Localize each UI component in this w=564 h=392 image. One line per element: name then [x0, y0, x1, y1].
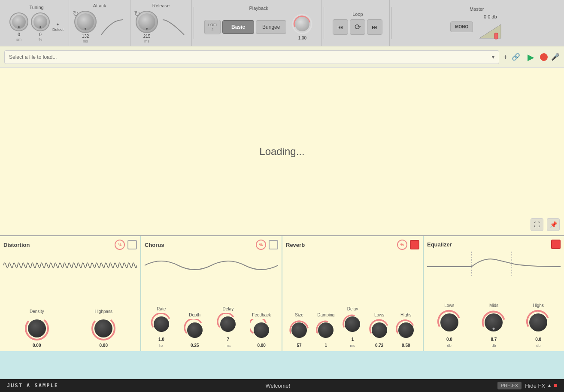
attack-section: Attack ↻ 132 ms: [69, 0, 130, 46]
bungee-button[interactable]: Bungee: [256, 20, 286, 34]
loop-end-button[interactable]: ⏭: [367, 19, 382, 35]
eq-highs-label: Highs: [533, 303, 544, 308]
reverb-delay-knob[interactable]: [341, 313, 364, 335]
reverb-delay-label: Delay: [347, 307, 358, 311]
chorus-rate-knob[interactable]: [150, 313, 173, 335]
record-button[interactable]: [540, 53, 548, 61]
attack-value: 132 ms: [82, 34, 89, 43]
chorus-depth-wrap: Depth 0.25: [184, 313, 206, 348]
chorus-title: Chorus: [145, 242, 164, 248]
chorus-bypass-button[interactable]: [269, 240, 278, 249]
attack-arrow-icon: ↻: [73, 9, 79, 18]
waveform-area: Loading... ⛶ 📌: [0, 68, 564, 235]
release-label: Release: [152, 3, 170, 8]
equalizer-panel: Equalizer Lows 0.0: [424, 236, 564, 351]
reverb-highs-knob[interactable]: [395, 319, 417, 341]
distortion-panel: Distortion % Density 0.00: [0, 236, 141, 351]
reverb-damping-label: Damping: [317, 313, 334, 317]
chorus-controls: %: [256, 240, 278, 250]
release-value: 215 ms: [143, 34, 151, 43]
pin-button[interactable]: 📌: [547, 218, 560, 231]
fx-active-indicator: [554, 384, 557, 387]
mic-button[interactable]: 🎤: [551, 53, 560, 61]
loop-section: Loop ⏮ ⟳ ⏭: [326, 0, 390, 46]
reverb-damping-wrap: Damping 1: [315, 313, 337, 348]
loading-text: Loading...: [259, 146, 304, 158]
playback-label: Playback: [249, 6, 268, 11]
equalizer-title: Equalizer: [427, 241, 452, 248]
welcome-text: Welcome!: [266, 383, 291, 389]
chorus-knobs: Rate 1.0 hz Depth 0.25: [145, 282, 278, 348]
reverb-damping-knob[interactable]: [315, 319, 337, 341]
reverb-display: [286, 252, 419, 278]
tuning-cent-knob[interactable]: [31, 12, 50, 31]
highpass-knob[interactable]: [91, 316, 116, 341]
chorus-delay-knob[interactable]: [217, 313, 239, 335]
attack-label: Attack: [93, 3, 106, 8]
density-label: Density: [30, 309, 44, 314]
file-select-text: Select a file to load...: [9, 54, 488, 60]
reverb-size-knob[interactable]: [288, 319, 310, 341]
density-knob[interactable]: [24, 316, 50, 341]
app-name: JUST A SAMPLE: [7, 383, 58, 389]
distortion-bypass-button[interactable]: [127, 240, 137, 249]
playback-speed-knob[interactable]: [291, 13, 313, 35]
eq-highs-wrap: Highs 0.0 db: [525, 303, 551, 348]
loop-start-button[interactable]: ⏮: [333, 19, 348, 35]
distortion-title: Distortion: [3, 242, 30, 248]
prefx-button[interactable]: PRE-FX: [497, 382, 522, 389]
lofi-button[interactable]: LOFI ♫: [204, 20, 221, 34]
chorus-rate-value: 1.0: [158, 337, 164, 342]
fx-section: Distortion % Density 0.00: [0, 235, 564, 351]
reverb-lows-value: 0.72: [375, 343, 383, 348]
tuning-cent-value: 0 %: [39, 32, 42, 42]
link-icon[interactable]: 🔗: [512, 53, 520, 61]
tuning-section: Tuning 0 sm 0 % ✦: [4, 0, 69, 46]
highpass-knob-wrap: Highpass 0.00: [91, 309, 116, 348]
loop-toggle-button[interactable]: ⟳: [350, 19, 365, 35]
add-file-icon[interactable]: +: [503, 53, 507, 61]
reverb-controls: %: [397, 240, 419, 250]
play-button[interactable]: ▶: [525, 51, 537, 63]
reverb-lows-knob[interactable]: [368, 319, 391, 341]
chorus-feedback-knob[interactable]: [250, 319, 273, 341]
reverb-panel: Reverb % Size 57 Damping: [282, 236, 424, 351]
chorus-header: Chorus %: [145, 240, 278, 250]
playback-speed-value: 1.00: [298, 36, 306, 40]
eq-highs-knob[interactable]: [525, 310, 551, 335]
chorus-pct-icon[interactable]: %: [256, 240, 266, 250]
expand-button[interactable]: ⛶: [531, 218, 543, 231]
attack-curve: [99, 18, 125, 36]
reverb-delay-unit: ms: [350, 343, 355, 348]
eq-lows-wrap: Lows 0.0 db: [437, 303, 462, 348]
reverb-size-value: 57: [297, 343, 302, 348]
reverb-lows-wrap: Lows 0.72: [368, 313, 391, 348]
basic-button[interactable]: Basic: [222, 20, 254, 34]
master-db-value: 0.0 db: [484, 14, 497, 19]
chorus-rate-label: Rate: [157, 307, 166, 311]
eq-mids-unit: db: [491, 343, 496, 348]
distortion-pct-icon[interactable]: %: [115, 240, 125, 250]
chorus-rate-unit: hz: [159, 343, 164, 348]
eq-mids-knob[interactable]: [481, 310, 506, 335]
reverb-title: Reverb: [286, 242, 305, 248]
chorus-depth-label: Depth: [189, 313, 200, 317]
reverb-pct-icon[interactable]: %: [397, 240, 407, 250]
chorus-depth-knob[interactable]: [184, 319, 206, 341]
eq-lows-value: 0.0: [446, 337, 452, 342]
master-volume-knob[interactable]: [477, 21, 503, 40]
file-select-dropdown[interactable]: Select a file to load... ▾: [4, 50, 499, 64]
tuning-semitone-knob[interactable]: [9, 12, 28, 31]
equalizer-bypass-button[interactable]: [551, 240, 561, 249]
reverb-bypass-button[interactable]: [410, 240, 419, 249]
density-knob-wrap: Density 0.00: [24, 309, 50, 348]
playback-section: Playback LOFI ♫ Basic Bungee 1.00: [196, 0, 322, 46]
eq-mids-wrap: Mids 8.7 db: [481, 303, 506, 348]
eq-lows-knob[interactable]: [437, 310, 462, 335]
mono-button[interactable]: MONO: [450, 21, 473, 32]
hide-fx-button[interactable]: Hide FX ▲: [525, 383, 557, 389]
eq-mids-value: 8.7: [491, 337, 497, 342]
separator: [194, 7, 194, 39]
detect-button[interactable]: ✦ Detect: [52, 22, 64, 32]
density-value: 0.00: [33, 343, 41, 348]
